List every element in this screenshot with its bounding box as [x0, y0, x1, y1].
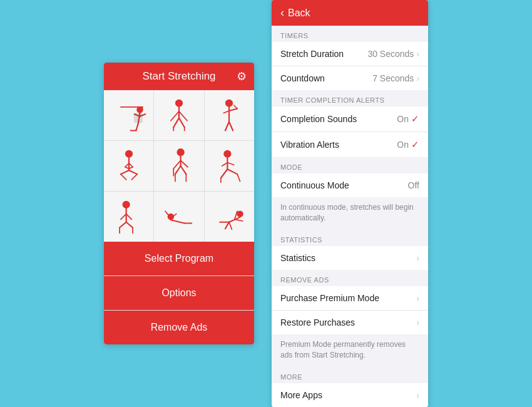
- section-alerts-label: TIMER COMPLETION ALERTS: [272, 90, 428, 106]
- svg-line-46: [228, 169, 238, 174]
- svg-line-19: [225, 122, 229, 131]
- completion-sounds-label: Completion Sounds: [280, 114, 357, 124]
- figures-grid: [104, 90, 254, 242]
- svg-line-70: [235, 219, 243, 221]
- svg-line-40: [181, 160, 188, 167]
- completion-sounds-row[interactable]: Completion Sounds On ✓: [272, 106, 428, 132]
- more-apps-chevron: ›: [416, 390, 419, 400]
- svg-line-54: [126, 222, 133, 228]
- svg-line-60: [171, 220, 185, 223]
- select-program-button[interactable]: Select Program: [104, 242, 254, 276]
- svg-line-23: [224, 111, 230, 113]
- continuous-mode-row[interactable]: Continuous Mode Off: [272, 173, 428, 197]
- purchase-premium-chevron: ›: [416, 293, 419, 303]
- continuous-mode-info: In continuous mode, stretches will begin…: [272, 197, 428, 230]
- gear-icon[interactable]: ⚙: [237, 70, 247, 83]
- grid-cell-4: [104, 141, 153, 191]
- svg-line-47: [237, 174, 240, 181]
- svg-line-22: [234, 105, 237, 108]
- remove-ads-group: Purchase Premium Mode › Restore Purchase…: [272, 286, 428, 334]
- countdown-row[interactable]: Countdown 7 Seconds ›: [272, 66, 428, 90]
- svg-point-51: [122, 201, 130, 209]
- svg-point-9: [175, 100, 183, 107]
- options-button[interactable]: Options: [104, 276, 254, 310]
- grid-cell-8: [154, 192, 203, 242]
- svg-point-24: [125, 150, 133, 158]
- statistics-row[interactable]: Statistics ›: [272, 246, 428, 270]
- section-mode-label: MODE: [272, 157, 428, 173]
- svg-line-20: [229, 122, 233, 131]
- svg-line-68: [229, 222, 232, 229]
- countdown-label: Countdown: [280, 73, 325, 83]
- svg-line-11: [173, 118, 179, 127]
- statistics-group: Statistics ›: [272, 246, 428, 270]
- timers-group: Stretch Duration 30 Seconds › Countdown …: [272, 42, 428, 90]
- more-group: More Apps ›: [272, 383, 428, 407]
- grid-cell-1: [104, 90, 153, 140]
- svg-point-34: [176, 148, 184, 156]
- remove-ads-button[interactable]: Remove Ads: [104, 311, 254, 344]
- vibration-alerts-label: Vibration Alerts: [280, 140, 339, 150]
- section-timers-label: TIMERS: [272, 26, 428, 42]
- stretch-duration-row[interactable]: Stretch Duration 30 Seconds ›: [272, 42, 428, 66]
- section-more-label: MORE: [272, 367, 428, 383]
- svg-line-67: [225, 222, 229, 229]
- chevron-icon: ›: [416, 49, 419, 59]
- vibration-alerts-value: On ✓: [397, 139, 419, 150]
- svg-line-12: [179, 118, 185, 127]
- svg-line-33: [131, 174, 137, 180]
- svg-line-55: [121, 214, 126, 220]
- svg-line-48: [222, 163, 228, 166]
- svg-line-2: [136, 123, 138, 130]
- chevron-icon: ›: [416, 293, 419, 303]
- grid-cell-5: [154, 141, 203, 191]
- restore-purchases-label: Restore Purchases: [280, 317, 355, 327]
- section-remove-ads-label: REMOVE ADS: [272, 270, 428, 286]
- svg-line-37: [181, 166, 187, 174]
- svg-line-56: [126, 214, 131, 220]
- back-label[interactable]: Back: [288, 8, 310, 19]
- vibration-alerts-row[interactable]: Vibration Alerts On ✓: [272, 132, 428, 157]
- svg-line-53: [120, 222, 126, 228]
- svg-line-45: [221, 169, 228, 178]
- more-apps-label: More Apps: [280, 390, 322, 400]
- svg-point-17: [225, 100, 233, 107]
- back-arrow-icon: ‹: [280, 6, 284, 19]
- stretch-duration-label: Stretch Duration: [280, 49, 344, 59]
- svg-line-27: [129, 170, 137, 174]
- statistics-chevron: ›: [416, 253, 419, 263]
- svg-line-49: [228, 163, 235, 165]
- section-statistics-label: STATISTICS: [272, 230, 428, 246]
- action-buttons: Select Program Options Remove Ads: [104, 242, 254, 344]
- statistics-label: Statistics: [280, 253, 315, 263]
- svg-line-36: [175, 166, 181, 174]
- chevron-icon: ›: [416, 317, 419, 327]
- stretch-duration-value: 30 Seconds ›: [367, 49, 419, 59]
- grid-cell-2: [154, 90, 203, 140]
- right-panel: ‹ Back TIMERS Stretch Duration 30 Second…: [272, 0, 428, 406]
- chevron-icon: ›: [416, 253, 419, 263]
- premium-mode-info: Premium Mode permanently removes ads fro…: [272, 334, 428, 367]
- continuous-mode-label: Continuous Mode: [280, 180, 349, 190]
- purchase-premium-label: Purchase Premium Mode: [280, 293, 379, 303]
- svg-point-43: [224, 150, 232, 158]
- alerts-group: Completion Sounds On ✓ Vibration Alerts …: [272, 106, 428, 157]
- purchase-premium-row[interactable]: Purchase Premium Mode ›: [272, 286, 428, 311]
- grid-cell-6: [205, 141, 254, 191]
- mode-group: Continuous Mode Off: [272, 173, 428, 197]
- svg-line-26: [121, 170, 129, 174]
- left-panel: Start Stretching ⚙: [104, 63, 254, 344]
- continuous-mode-value: Off: [408, 180, 419, 190]
- more-apps-row[interactable]: More Apps ›: [272, 383, 428, 407]
- restore-purchases-row[interactable]: Restore Purchases ›: [272, 311, 428, 334]
- grid-cell-9: [205, 192, 254, 242]
- countdown-value: 7 Seconds ›: [372, 73, 419, 83]
- svg-point-64: [237, 210, 244, 217]
- svg-line-32: [121, 174, 126, 180]
- app-title: Start Stretching: [142, 70, 215, 83]
- restore-purchases-chevron: ›: [416, 317, 419, 327]
- completion-sounds-value: On ✓: [397, 113, 419, 125]
- svg-rect-8: [134, 113, 143, 123]
- check-icon: ✓: [411, 113, 419, 125]
- grid-cell-7: [104, 192, 153, 242]
